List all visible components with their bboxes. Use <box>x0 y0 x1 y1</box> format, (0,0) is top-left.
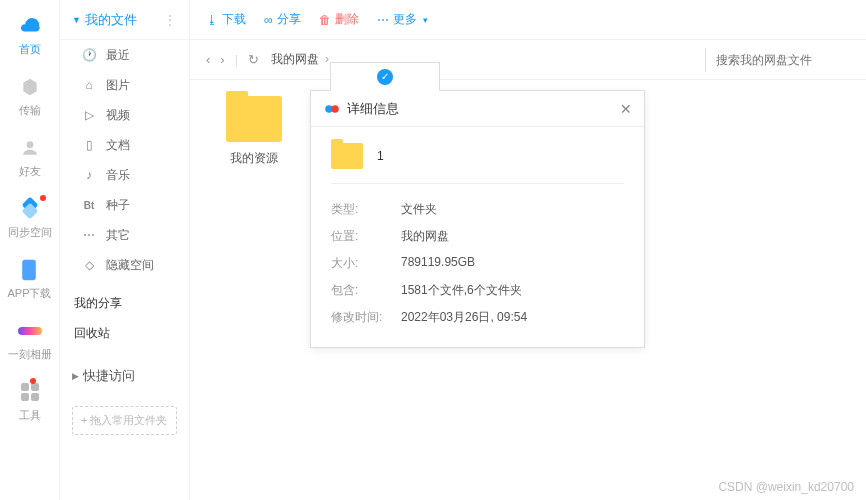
rail-transfer[interactable]: 传输 <box>18 75 42 118</box>
detail-body: 1 类型:文件夹 位置:我的网盘 大小:789119.95GB 包含:1581个… <box>311 127 644 347</box>
sidebar-item-label: 文档 <box>106 137 130 154</box>
nav-refresh-button[interactable]: ↻ <box>248 52 259 67</box>
dots-icon: ⋯ <box>82 228 96 242</box>
detail-row-modified: 修改时间:2022年03月26日, 09:54 <box>331 304 624 331</box>
download-icon: ⭳ <box>206 13 218 27</box>
sidebar-item-music[interactable]: ♪音乐 <box>60 160 189 190</box>
rail-home[interactable]: 首页 <box>18 14 42 57</box>
sidebar-header-label: 快捷访问 <box>83 367 135 385</box>
rail-friends[interactable]: 好友 <box>18 136 42 179</box>
image-icon: ⌂ <box>82 78 96 92</box>
notification-dot-icon <box>30 378 36 384</box>
rail-app-download[interactable]: APP下载 <box>7 258 51 301</box>
doc-icon: ▯ <box>82 138 96 152</box>
rail-label: 一刻相册 <box>8 347 52 362</box>
download-button[interactable]: ⭳下载 <box>206 11 246 28</box>
detail-file-row: 1 <box>331 143 624 184</box>
sidebar-item-other[interactable]: ⋯其它 <box>60 220 189 250</box>
more-icon[interactable]: ⋮ <box>163 12 177 28</box>
detail-file-name: 1 <box>377 149 384 163</box>
folder-name: 我的资源 <box>214 150 294 167</box>
rail-album[interactable]: 一刻相册 <box>8 319 52 362</box>
gradient-icon <box>18 319 42 343</box>
phone-icon <box>17 258 41 282</box>
sidebar-item-recent[interactable]: 🕐最近 <box>60 40 189 70</box>
app-rail: 首页 传输 好友 同步空间 APP下载 一刻相册 工具 <box>0 0 60 500</box>
bt-icon: Bt <box>82 200 96 211</box>
folder-icon <box>226 96 282 142</box>
nav-forward-button[interactable]: › <box>220 52 224 67</box>
sidebar-item-video[interactable]: ▷视频 <box>60 100 189 130</box>
sidebar-header-quick[interactable]: ▶ 快捷访问 <box>60 356 189 396</box>
quick-add-dropzone[interactable]: + 拖入常用文件夹 <box>72 406 177 435</box>
sidebar: ▼ 我的文件 ⋮ 🕐最近 ⌂图片 ▷视频 ▯文档 ♪音乐 Bt种子 ⋯其它 ◇隐… <box>60 0 190 500</box>
sidebar-item-label: 最近 <box>106 47 130 64</box>
detail-tab-selected[interactable]: ✓ <box>330 62 440 91</box>
sidebar-item-label: 音乐 <box>106 167 130 184</box>
play-icon: ▷ <box>82 108 96 122</box>
chevron-right-icon: ▶ <box>72 371 79 381</box>
share-icon: ∞ <box>264 13 273 27</box>
sidebar-item-label: 视频 <box>106 107 130 124</box>
sidebar-header-myfiles[interactable]: ▼ 我的文件 ⋮ <box>60 0 189 40</box>
detail-row-size: 大小:789119.95GB <box>331 250 624 277</box>
sidebar-item-myshare[interactable]: 我的分享 <box>60 288 189 318</box>
lock-icon: ◇ <box>82 258 96 272</box>
sidebar-item-label: 其它 <box>106 227 130 244</box>
sidebar-item-label: 种子 <box>106 197 130 214</box>
nav-back-button[interactable]: ‹ <box>206 52 210 67</box>
rail-tools[interactable]: 工具 <box>18 380 42 423</box>
search-box <box>705 48 850 72</box>
delete-button[interactable]: 🗑删除 <box>319 11 359 28</box>
rail-label: 好友 <box>19 164 41 179</box>
rail-label: 工具 <box>19 408 41 423</box>
sidebar-item-label: 图片 <box>106 77 130 94</box>
sidebar-item-recycle[interactable]: 回收站 <box>60 318 189 348</box>
more-button[interactable]: ⋯更多▾ <box>377 11 428 28</box>
share-button[interactable]: ∞分享 <box>264 11 301 28</box>
rail-sync[interactable]: 同步空间 <box>8 197 52 240</box>
check-icon: ✓ <box>377 69 393 85</box>
sidebar-header-label: 我的文件 <box>85 11 137 29</box>
nav-arrows: ‹ › | ↻ <box>206 52 259 67</box>
loop-icon <box>18 197 42 221</box>
nav-row: ‹ › | ↻ 我的网盘› <box>190 40 866 80</box>
detail-row-location: 位置:我的网盘 <box>331 223 624 250</box>
apps-icon <box>18 380 42 404</box>
detail-panel: ✓ 详细信息 ✕ 1 类型:文件夹 位置:我的网盘 大小:789119.95GB… <box>310 90 645 348</box>
detail-row-contains: 包含:1581个文件,6个文件夹 <box>331 277 624 304</box>
sidebar-item-label: 回收站 <box>74 325 110 342</box>
breadcrumb[interactable]: 我的网盘› <box>271 51 329 68</box>
cloud-logo-icon <box>323 100 341 118</box>
sidebar-item-label: 隐藏空间 <box>106 257 154 274</box>
notification-dot-icon <box>40 195 46 201</box>
sidebar-item-bt[interactable]: Bt种子 <box>60 190 189 220</box>
music-icon: ♪ <box>82 168 96 182</box>
chevron-down-icon: ▼ <box>72 15 81 25</box>
dots-icon: ⋯ <box>377 13 389 27</box>
clock-icon: 🕐 <box>82 48 96 62</box>
close-button[interactable]: ✕ <box>620 101 632 117</box>
sidebar-item-label: 我的分享 <box>74 295 122 312</box>
hex-icon <box>18 75 42 99</box>
rail-label: 首页 <box>19 42 41 57</box>
detail-header: 详细信息 ✕ <box>311 91 644 127</box>
toolbar: ⭳下载 ∞分享 🗑删除 ⋯更多▾ <box>190 0 866 40</box>
detail-title: 详细信息 <box>347 100 399 118</box>
rail-label: APP下载 <box>7 286 51 301</box>
rail-label: 传输 <box>19 103 41 118</box>
sidebar-item-pictures[interactable]: ⌂图片 <box>60 70 189 100</box>
person-icon <box>18 136 42 160</box>
sidebar-item-hidden[interactable]: ◇隐藏空间 <box>60 250 189 280</box>
trash-icon: 🗑 <box>319 13 331 27</box>
folder-icon <box>331 143 363 169</box>
folder-item[interactable]: 我的资源 <box>214 96 294 167</box>
search-input[interactable] <box>716 53 850 67</box>
svg-point-2 <box>331 105 339 113</box>
sidebar-item-docs[interactable]: ▯文档 <box>60 130 189 160</box>
watermark: CSDN @weixin_kd20700 <box>718 480 854 494</box>
chevron-down-icon: ▾ <box>423 15 428 25</box>
svg-rect-0 <box>23 260 37 280</box>
cloud-icon <box>18 14 42 38</box>
rail-label: 同步空间 <box>8 225 52 240</box>
